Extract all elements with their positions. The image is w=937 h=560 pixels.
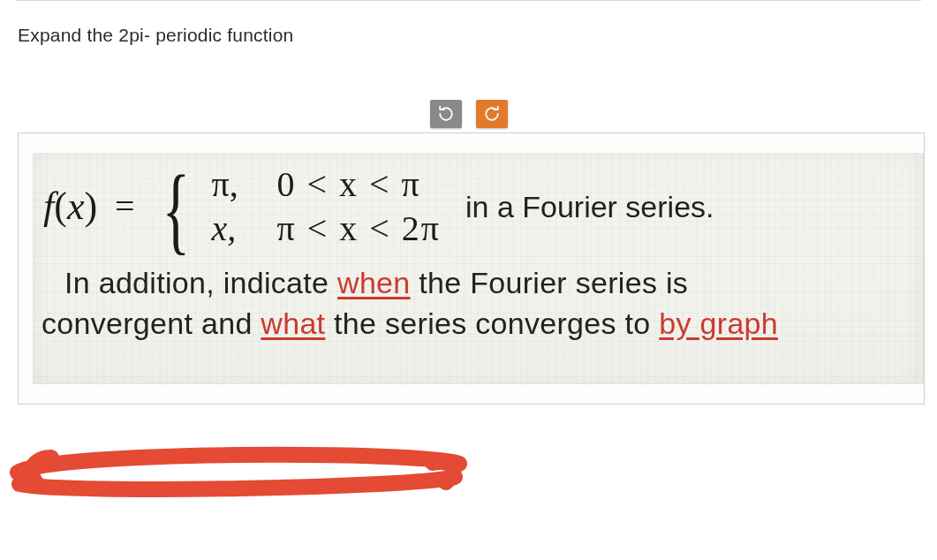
formula-line: f(x) = { π, 0 < x < π x, π < x < 2π in a… bbox=[42, 165, 915, 248]
rotate-cw-icon bbox=[484, 106, 500, 122]
rotate-ccw-icon bbox=[438, 106, 454, 122]
undo-button[interactable] bbox=[430, 100, 462, 128]
prompt-text: Expand the 2pi- periodic function bbox=[18, 25, 293, 46]
equals-sign: = bbox=[110, 189, 140, 224]
lhs-open-paren: ( bbox=[54, 185, 67, 228]
line3-mid: the series converges to bbox=[325, 306, 659, 340]
case-1-value: π, bbox=[211, 167, 255, 202]
line2-pre: In addition, indicate bbox=[64, 266, 337, 299]
case-2-condition: π < x < 2π bbox=[276, 211, 441, 246]
content-frame: f(x) = { π, 0 < x < π x, π < x < 2π in a… bbox=[18, 132, 925, 405]
case-2: x, π < x < 2π bbox=[211, 211, 441, 246]
redaction-scribble bbox=[0, 433, 495, 512]
instruction-line-1: In addition, indicate when the Fourier s… bbox=[42, 264, 915, 302]
function-lhs: f(x) bbox=[42, 187, 97, 226]
line3-pre: convergent and bbox=[42, 306, 261, 340]
action-buttons bbox=[430, 100, 508, 128]
formula-trailing-text: in a Fourier series. bbox=[465, 192, 714, 222]
redo-button[interactable] bbox=[476, 100, 508, 128]
case-1: π, 0 < x < π bbox=[211, 167, 441, 202]
case-1-condition: 0 < x < π bbox=[276, 167, 420, 202]
line2-post: the Fourier series is bbox=[411, 266, 689, 299]
instruction-line-2: convergent and what the series converges… bbox=[42, 305, 915, 343]
case-2-value: x, bbox=[211, 211, 255, 246]
underlined-what: what bbox=[261, 306, 325, 340]
underlined-when: when bbox=[337, 266, 410, 299]
underlined-by-graph: by graph bbox=[659, 306, 778, 340]
left-brace: { bbox=[162, 169, 190, 252]
piecewise-cases: π, 0 < x < π x, π < x < 2π bbox=[211, 167, 441, 246]
lhs-var: x bbox=[67, 185, 85, 228]
lhs-f: f bbox=[43, 185, 54, 228]
top-divider bbox=[16, 0, 921, 1]
problem-box: f(x) = { π, 0 < x < π x, π < x < 2π in a… bbox=[33, 153, 924, 384]
lhs-close-paren: ) bbox=[84, 185, 97, 228]
